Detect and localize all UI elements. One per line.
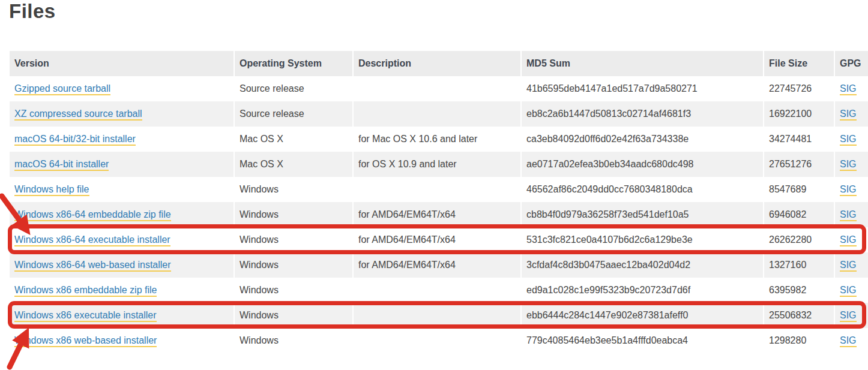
os-cell: Mac OS X [234,127,353,152]
os-cell: Source release [234,76,353,101]
column-header-md5: MD5 Sum [521,51,764,76]
description-cell [353,76,521,101]
description-cell [353,328,521,353]
os-cell: Windows [234,227,353,252]
file-link[interactable]: Gzipped source tarball [14,83,110,95]
md5-cell: 779c4085464eb3ee5b1a4fffd0eabca4 [521,328,764,353]
table-row: Windows x86-64 web-based installer Windo… [10,252,868,278]
os-cell: Windows [234,177,353,202]
sig-link[interactable]: SIG [840,285,857,297]
md5-cell: 3cfdaf4c8d3b0475aaec12ba402d04d2 [521,252,764,278]
table-row: XZ compressed source tarball Source rele… [10,101,868,127]
description-cell: for AMD64/EM64T/x64 [353,227,521,252]
sig-link[interactable]: SIG [840,335,857,347]
table-row-highlighted: Windows x86-64 executable installer Wind… [10,227,868,252]
table-row: macOS 64-bit/32-bit installer Mac OS X f… [10,127,868,152]
files-table: Version Operating System Description MD5… [10,51,868,353]
file-link[interactable]: Windows x86-64 web-based installer [14,260,171,272]
description-cell [353,278,521,303]
description-cell: for AMD64/EM64T/x64 [353,252,521,278]
table-row-highlighted: Windows x86 executable installer Windows… [10,303,868,328]
file-link[interactable]: Windows x86-64 embeddable zip file [14,209,171,221]
column-header-description: Description [353,51,521,76]
column-header-version: Version [10,51,234,76]
filesize-cell: 6946082 [764,202,834,227]
md5-cell: 531c3fc821ce0a4107b6d2c6a129be3e [521,227,764,252]
filesize-cell: 22745726 [764,76,834,101]
column-header-filesize: File Size [764,51,834,76]
description-cell [353,303,521,328]
file-link[interactable]: Windows x86-64 executable installer [14,234,170,246]
sig-link[interactable]: SIG [840,260,857,272]
filesize-cell: 6395982 [764,278,834,303]
description-cell [353,177,521,202]
table-row: macOS 64-bit installer Mac OS X for OS X… [10,152,868,177]
file-link[interactable]: XZ compressed source tarball [14,109,142,121]
sig-link[interactable]: SIG [840,134,857,146]
description-cell: for AMD64/EM64T/x64 [353,202,521,227]
filesize-cell: 27651276 [764,152,834,177]
description-cell: for OS X 10.9 and later [353,152,521,177]
md5-cell: ae0717a02efea3b0eb34aadc680dc498 [521,152,764,177]
filesize-cell: 34274481 [764,127,834,152]
md5-cell: eb8c2a6b1447d50813c02714af4681f3 [521,101,764,127]
description-cell: for Mac OS X 10.6 and later [353,127,521,152]
sig-link[interactable]: SIG [840,310,857,322]
os-cell: Windows [234,252,353,278]
md5-cell: ed9a1c028c1e99f5323b9c20723d7d6f [521,278,764,303]
filesize-cell: 16922100 [764,101,834,127]
table-header-row: Version Operating System Description MD5… [10,51,868,76]
table-row: Windows x86 embeddable zip file Windows … [10,278,868,303]
md5-cell: 46562af86c2049dd0cc7680348180dca [521,177,764,202]
sig-link[interactable]: SIG [840,184,857,196]
file-link[interactable]: Windows help file [14,184,89,196]
filesize-cell: 8547689 [764,177,834,202]
filesize-cell: 1298280 [764,328,834,353]
file-link[interactable]: Windows x86 executable installer [14,310,157,322]
os-cell: Mac OS X [234,152,353,177]
md5-cell: cb8b4f0d979a36258f73ed541def10a5 [521,202,764,227]
column-header-gpg: GPG [834,51,868,76]
sig-link[interactable]: SIG [840,209,857,221]
file-link[interactable]: Windows x86 embeddable zip file [14,285,157,297]
filesize-cell: 1327160 [764,252,834,278]
sig-link[interactable]: SIG [840,234,857,246]
description-cell [353,101,521,127]
filesize-cell: 26262280 [764,227,834,252]
sig-link[interactable]: SIG [840,83,857,95]
file-link[interactable]: macOS 64-bit/32-bit installer [14,134,136,146]
sig-link[interactable]: SIG [840,109,857,121]
filesize-cell: 25506832 [764,303,834,328]
sig-link[interactable]: SIG [840,159,857,171]
os-cell: Windows [234,202,353,227]
file-link[interactable]: Windows x86 web-based installer [14,335,157,347]
os-cell: Windows [234,278,353,303]
table-row: Gzipped source tarball Source release 41… [10,76,868,101]
file-link[interactable]: macOS 64-bit installer [14,159,109,171]
table-row: Windows x86-64 embeddable zip file Windo… [10,202,868,227]
md5-cell: ebb6444c284c1447e902e87381afeff0 [521,303,764,328]
table-row: Windows help file Windows 46562af86c2049… [10,177,868,202]
os-cell: Windows [234,303,353,328]
table-row: Windows x86 web-based installer Windows … [10,328,868,353]
md5-cell: ca3eb84092d0ff6d02e42f63a734338e [521,127,764,152]
md5-cell: 41b6595deb4147a1ed517a7d9a580271 [521,76,764,101]
page-title: Files [9,0,56,23]
os-cell: Source release [234,101,353,127]
os-cell: Windows [234,328,353,353]
column-header-os: Operating System [234,51,353,76]
